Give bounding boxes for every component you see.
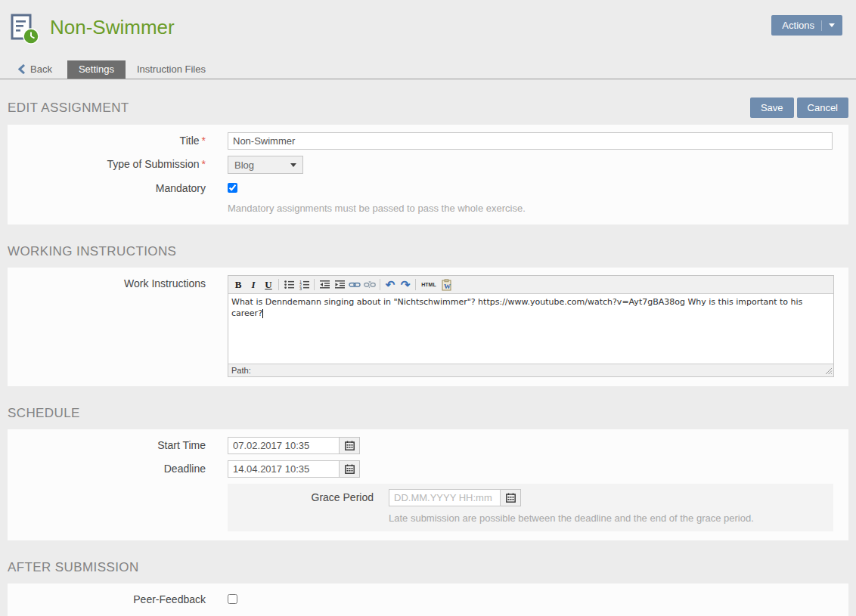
deadline-calendar-button[interactable] [340, 460, 360, 478]
caret-down-icon [829, 23, 835, 27]
required-asterisk: * [202, 135, 206, 147]
mandatory-checkbox[interactable] [228, 183, 237, 193]
mandatory-row: Mandatory Mandatory assignments must be … [8, 180, 838, 215]
title-row: Title* [8, 132, 838, 150]
deadline-row: Deadline [8, 460, 838, 478]
title-input[interactable] [228, 132, 833, 150]
actions-button-label: Actions [782, 20, 814, 31]
start-time-input[interactable] [228, 437, 340, 454]
undo-button[interactable]: ↶ [383, 277, 398, 293]
work-instructions-row: Work Instructions B I U 123 [8, 275, 838, 377]
page-header: Non-Swimmer Actions [0, 0, 856, 48]
bullet-list-icon [284, 279, 295, 290]
grace-period-row: Grace Period Late submission are possibl… [228, 489, 833, 525]
section-heading-schedule: SCHEDULE [8, 406, 80, 421]
italic-button[interactable]: I [246, 277, 261, 293]
deadline-label: Deadline [8, 460, 206, 478]
calendar-icon [506, 493, 516, 503]
mandatory-hint: Mandatory assignments must be passed to … [228, 201, 833, 215]
outdent-icon [319, 279, 330, 290]
svg-text:W: W [444, 283, 451, 290]
peer-feedback-label: Peer-Feedback [8, 591, 206, 616]
type-of-submission-label: Type of Submission [107, 158, 199, 170]
grace-period-subsection: Grace Period Late submission are possibl… [228, 484, 833, 531]
back-link-label: Back [30, 63, 52, 75]
edit-assignment-section-head: EDIT ASSIGNMENT Save Cancel [8, 98, 848, 118]
text-cursor [262, 309, 263, 318]
section-heading-edit-assignment: EDIT ASSIGNMENT [8, 101, 129, 116]
start-time-calendar-button[interactable] [340, 437, 360, 454]
page-title: Non-Swimmer [50, 12, 175, 42]
insert-link-button[interactable] [347, 277, 362, 293]
deadline-input[interactable] [228, 460, 340, 478]
redo-button[interactable]: ↷ [398, 277, 413, 293]
working-instructions-section-head: WORKING INSTRUCTIONS [8, 243, 848, 261]
indent-button[interactable] [332, 277, 347, 293]
type-of-submission-select[interactable]: Blog [228, 156, 303, 174]
editor-toolbar: B I U 123 [228, 276, 833, 294]
undo-icon: ↶ [386, 279, 395, 290]
link-icon [349, 279, 361, 290]
tab-instruction-files[interactable]: Instruction Files [126, 60, 217, 79]
schedule-section-head: SCHEDULE [8, 404, 848, 423]
cancel-button-top[interactable]: Cancel [797, 98, 848, 118]
edit-assignment-form: Title* Type of Submission* Blog Mandator… [8, 125, 848, 224]
peer-feedback-row: Peer-Feedback Users can rate the solutio… [8, 591, 838, 616]
actions-button[interactable]: Actions [771, 15, 842, 36]
start-time-label: Start Time [8, 437, 206, 454]
peer-feedback-hint: Users can rate the solutions of their pe… [228, 612, 833, 616]
unlink-icon [364, 279, 376, 290]
bold-button[interactable]: B [231, 277, 246, 293]
svg-text:3: 3 [299, 286, 302, 291]
select-value: Blog [234, 159, 254, 171]
underline-button[interactable]: U [261, 277, 276, 293]
remove-link-button[interactable] [362, 277, 377, 293]
button-divider [821, 20, 822, 31]
resize-grip-icon [824, 367, 833, 375]
after-submission-section-head: AFTER SUBMISSION [8, 559, 848, 577]
type-of-submission-row: Type of Submission* Blog [8, 156, 838, 174]
caret-down-icon [290, 163, 296, 167]
editor-content[interactable]: What is Denndemann singing about in "Nic… [228, 294, 833, 364]
grace-period-hint: Late submission are possible between the… [389, 511, 833, 525]
tab-bar: Back Settings Instruction Files [0, 60, 856, 79]
title-label: Title [180, 135, 200, 147]
paste-from-word-button[interactable]: W [439, 277, 454, 293]
editor-statusbar: Path: [228, 364, 833, 376]
save-button-top[interactable]: Save [750, 98, 794, 118]
grace-period-calendar-button[interactable] [501, 489, 521, 506]
schedule-form: Start Time Deadline Grace Period [8, 429, 848, 540]
paste-from-word-icon: W [441, 279, 453, 291]
section-heading-after-submission: AFTER SUBMISSION [8, 560, 139, 575]
start-time-row: Start Time [8, 437, 838, 454]
after-submission-form: Peer-Feedback Users can rate the solutio… [8, 583, 848, 616]
numbered-list-icon: 123 [299, 279, 310, 290]
redo-icon: ↷ [401, 279, 411, 290]
indent-icon [334, 279, 346, 290]
required-asterisk: * [202, 158, 206, 170]
working-instructions-form: Work Instructions B I U 123 [8, 268, 848, 386]
outdent-button[interactable] [317, 277, 332, 293]
tab-settings[interactable]: Settings [67, 60, 126, 79]
numbered-list-button[interactable]: 123 [296, 277, 312, 293]
calendar-icon [345, 464, 355, 474]
grace-period-label: Grace Period [228, 489, 374, 525]
chevron-left-icon [18, 64, 25, 74]
work-instructions-label: Work Instructions [8, 275, 206, 377]
mandatory-label: Mandatory [8, 180, 206, 215]
editor-resize-handle[interactable] [824, 367, 833, 375]
peer-feedback-checkbox[interactable] [228, 594, 237, 604]
html-source-button[interactable]: HTML [418, 277, 439, 293]
assignment-clock-icon [11, 14, 39, 48]
editor-path-label: Path: [231, 366, 251, 375]
grace-period-input[interactable] [389, 489, 501, 506]
bullet-list-button[interactable] [281, 277, 296, 293]
calendar-icon [345, 441, 355, 450]
section-heading-working-instructions: WORKING INSTRUCTIONS [8, 244, 176, 259]
back-link[interactable]: Back [18, 63, 60, 79]
rich-text-editor: B I U 123 [228, 275, 834, 377]
editor-text: What is Denndemann singing about in "Nic… [231, 297, 802, 318]
